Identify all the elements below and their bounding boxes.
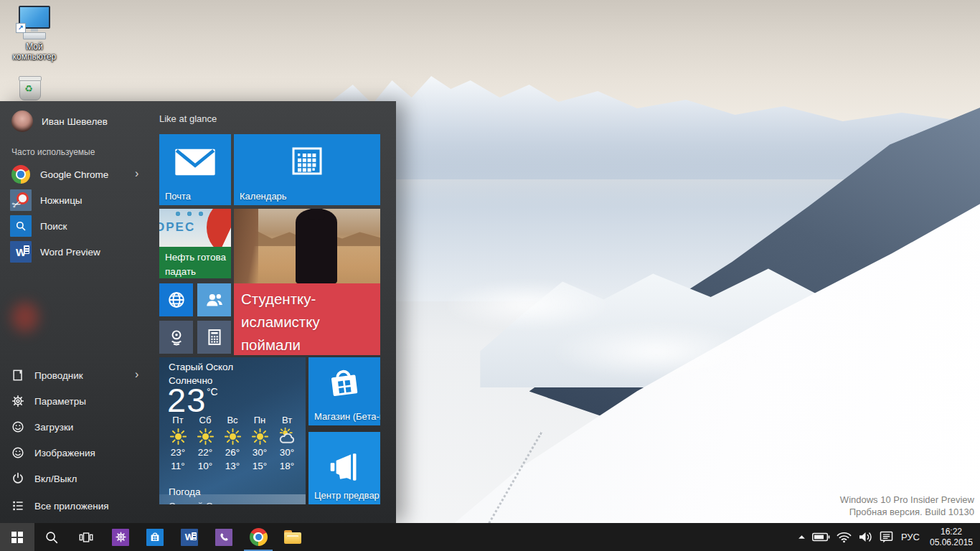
day-high: 30° xyxy=(273,447,301,458)
watermark-line1: Windows 10 Pro Insider Preview xyxy=(840,494,974,506)
forecast-day: Пт 23° 11° xyxy=(164,415,192,471)
red-structure xyxy=(207,209,231,247)
weather-footer-clipped: Старый Оскол xyxy=(169,501,233,504)
language-indicator[interactable]: РУС xyxy=(900,532,921,542)
show-hidden-icons-button[interactable] xyxy=(798,534,806,540)
nav-item-downloads[interactable]: Загрузки xyxy=(0,414,151,440)
taskbar-explorer-button[interactable] xyxy=(275,523,310,551)
user-account-button[interactable]: Иван Шевелев xyxy=(11,110,108,132)
tile-group-header: Like at glance xyxy=(159,113,217,124)
user-name: Иван Шевелев xyxy=(42,116,108,127)
nav-label: Все приложения xyxy=(34,501,109,512)
task-view-button[interactable] xyxy=(69,523,103,551)
my-computer-label: Мой компьютер xyxy=(6,42,63,62)
smiley-placeholder-icon xyxy=(11,446,25,460)
tile-mail[interactable]: Почта xyxy=(159,134,231,205)
taskbar-chrome-button[interactable] xyxy=(241,523,275,551)
store-bag-icon xyxy=(146,529,164,546)
tray-date: 05.06.2015 xyxy=(928,537,975,548)
app-label: Word Preview xyxy=(40,247,100,258)
tile-insider-hub[interactable]: Центр предвар xyxy=(308,432,380,504)
day-low: 18° xyxy=(273,461,301,471)
day-high: 22° xyxy=(192,447,219,458)
sun-icon xyxy=(164,425,192,447)
taskbar-store-button[interactable] xyxy=(138,523,172,551)
start-menu: Иван Шевелев Часто используемые Google C… xyxy=(0,101,396,523)
taskbar-word-button[interactable]: W xyxy=(172,523,207,551)
tile-calendar[interactable]: Календарь xyxy=(234,134,380,205)
news-thumbnail: ОРЕС xyxy=(159,209,231,247)
app-item-snipping-tool[interactable]: ✂ Ножницы xyxy=(0,187,151,213)
day-low: 11° xyxy=(164,461,192,471)
calculator-icon xyxy=(197,327,231,347)
tile-weather[interactable]: Старый Оскол Солнечно 23 °C Пт 23° 11° С… xyxy=(159,357,306,504)
clock[interactable]: 16:22 05.06.2015 xyxy=(928,527,975,548)
tile-news-syria[interactable]: Студентку- исламистку поймали на границе… xyxy=(234,209,380,355)
weather-app-label: Погода xyxy=(169,486,200,497)
wifi-tray-icon[interactable] xyxy=(837,532,852,543)
tile-people[interactable] xyxy=(197,283,231,316)
calendar-icon xyxy=(234,144,380,179)
chrome-icon xyxy=(11,165,30,184)
nav-item-all-apps[interactable]: Все приложения xyxy=(0,493,151,519)
gear-icon xyxy=(11,394,25,408)
day-label: Пт xyxy=(164,415,192,425)
watermark-line2: Пробная версия. Build 10130 xyxy=(840,506,974,518)
nav-label: Проводник xyxy=(34,370,83,381)
tile-store[interactable]: Магазин (Бета-в xyxy=(308,357,380,425)
taskbar-phone-button[interactable] xyxy=(207,523,241,551)
wallpaper-fog xyxy=(441,280,613,330)
weather-forecast-row: Пт 23° 11° Сб 22° 10° Вс 26° 13° xyxy=(164,415,301,471)
day-low: 13° xyxy=(219,461,246,471)
action-center-tray-icon[interactable] xyxy=(880,531,893,543)
people-icon xyxy=(197,290,231,310)
nav-label: Загрузки xyxy=(34,422,73,433)
day-label: Вт xyxy=(273,415,301,425)
tile-calculator[interactable] xyxy=(197,321,231,354)
nav-item-power[interactable]: Вкл/Выкл xyxy=(0,466,151,491)
tile-browser-globe[interactable] xyxy=(159,283,193,316)
chevron-right-icon[interactable]: › xyxy=(135,368,138,381)
monitor-stand xyxy=(31,29,38,32)
nav-label: Вкл/Выкл xyxy=(34,474,77,484)
volume-tray-icon[interactable] xyxy=(858,531,873,543)
taskbar: W xyxy=(0,523,980,551)
map-pin-icon xyxy=(159,327,193,347)
day-low: 15° xyxy=(246,461,273,471)
chrome-icon xyxy=(250,528,268,546)
word-page xyxy=(24,245,29,254)
task-view-icon xyxy=(77,529,95,545)
day-high: 23° xyxy=(164,447,192,458)
app-item-word-preview[interactable]: W Word Preview xyxy=(0,239,151,265)
all-apps-list-icon xyxy=(11,499,25,513)
battery-tray-icon[interactable] xyxy=(812,532,830,542)
start-button[interactable] xyxy=(0,523,34,551)
news-headline: Студентку- исламистку поймали на границе… xyxy=(241,288,380,355)
windows-logo-icon xyxy=(11,532,23,543)
tile-news-oil[interactable]: ОРЕС Нефть готова падать xyxy=(159,209,231,278)
store-bag-icon xyxy=(308,364,380,402)
forecast-day: Вт 30° 18° xyxy=(273,415,301,471)
computer-monitor-icon: ↗ xyxy=(19,6,50,29)
chevron-right-icon[interactable]: › xyxy=(135,167,138,180)
nav-item-file-explorer[interactable]: Проводник › xyxy=(0,362,151,388)
nav-item-settings[interactable]: Параметры xyxy=(0,388,151,414)
sun-icon xyxy=(219,425,246,447)
file-explorer-icon xyxy=(11,368,25,382)
recycle-bin-desktop-icon[interactable]: ♻ xyxy=(16,77,44,100)
my-computer-desktop-icon[interactable]: ↗ Мой компьютер xyxy=(6,6,63,62)
news-headline: Нефть готова падать xyxy=(165,250,226,278)
snipping-tool-icon: ✂ xyxy=(10,189,32,211)
wallpaper-fog xyxy=(549,323,764,380)
day-low: 10° xyxy=(192,461,219,471)
recycle-bin-icon: ♻ xyxy=(19,77,41,100)
tile-maps[interactable] xyxy=(159,321,193,354)
nav-item-pictures[interactable]: Изображения xyxy=(0,440,151,466)
taskbar-search-button[interactable] xyxy=(34,523,69,551)
tile-label: Почта xyxy=(165,191,191,202)
app-item-search[interactable]: Поиск xyxy=(0,213,151,239)
shortcut-arrow-icon: ↗ xyxy=(16,23,26,33)
taskbar-settings-button[interactable] xyxy=(103,523,138,551)
app-item-google-chrome[interactable]: Google Chrome › xyxy=(0,161,151,187)
tray-time: 16:22 xyxy=(928,527,975,537)
